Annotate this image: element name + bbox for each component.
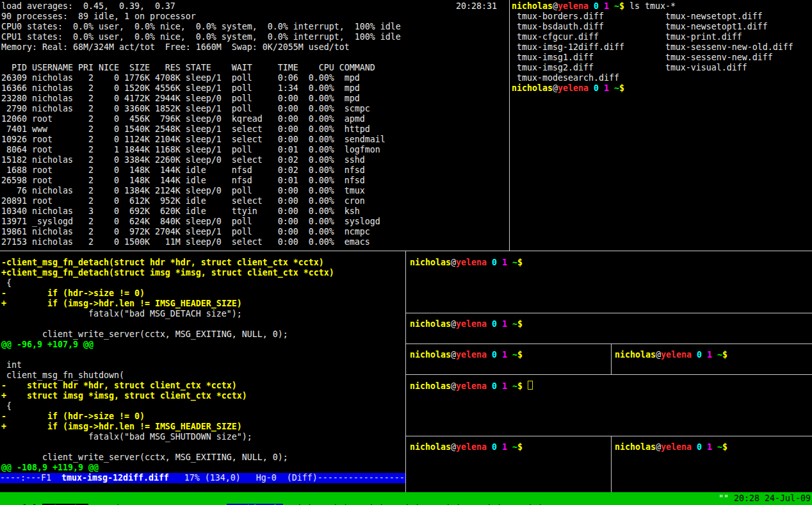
diff-line-context: fatalx("bad MSG_DETACH size"); (1, 309, 405, 319)
pane-border-horizontal-mid[interactable] (0, 251, 812, 251)
prompt-jobnum: 1 (502, 442, 507, 452)
prompt-text (487, 319, 492, 329)
prompt-histnum: 0 (594, 1, 599, 11)
prompt-text (589, 83, 594, 93)
prompt-jobnum: 1 (502, 319, 507, 329)
prompt-text (599, 83, 604, 93)
prompt-symbol: $ (517, 350, 523, 360)
diff-line-context: client_write_server(cctx, MSG_EXITING, N… (1, 329, 405, 340)
status-right: "" 20:28 24-Jul-09 (719, 493, 811, 504)
prompt-host: yelena (558, 1, 589, 11)
prompt-histnum: 0 (492, 442, 497, 452)
terminal-cursor (528, 381, 533, 390)
file-list: tmux-borders.diff tmux-newsetopt.diff tm… (512, 12, 793, 83)
prompt-cwd: ~ (512, 442, 517, 452)
diff-line-hunk: @@ -108,9 +119,9 @@ (1, 463, 405, 473)
prompt-symbol: $ (517, 319, 523, 329)
prompt-cwd: ~ (512, 319, 517, 329)
prompt-at: @ (656, 442, 661, 452)
prompt-histnum: 0 (492, 381, 497, 391)
prompt-symbol: $ (619, 83, 624, 93)
emacs-minibuffer (0, 483, 405, 492)
prompt-jobnum: 1 (707, 350, 712, 360)
modeline-buffer-name: tmux-imsg-12diff.diff (61, 473, 169, 483)
pane-border-vertical-top[interactable] (509, 0, 510, 251)
diff-line-removed: - struct hdr *hdr, struct client_ctx *cc… (1, 381, 405, 391)
diff-line-context: { (1, 401, 405, 411)
prompt-user: nicholas (410, 350, 451, 360)
prompt-cwd: ~ (717, 350, 722, 360)
prompt-at: @ (451, 319, 456, 329)
diff-line-context: client_write_server(cctx, MSG_EXITING, N… (1, 452, 405, 463)
top-output-text: load averages: 0.45, 0.39, 0.37 90 proce… (1, 1, 401, 247)
pane-border-v-fg[interactable] (611, 436, 612, 492)
diff-line-context (1, 350, 405, 360)
prompt-host: yelena (456, 319, 487, 329)
prompt-text (497, 350, 502, 360)
prompt-symbol: $ (722, 350, 727, 360)
prompt-symbol: $ (517, 442, 523, 452)
prompt-jobnum: 1 (502, 258, 507, 267)
prompt-user: nicholas (410, 381, 451, 391)
prompt-text (507, 258, 512, 267)
prompt-histnum: 0 (697, 350, 702, 360)
prompt-text (487, 442, 492, 452)
prompt-user: nicholas (512, 1, 553, 11)
pane-border-h4[interactable] (406, 436, 812, 436)
prompt-user: nicholas (410, 258, 451, 267)
prompt-host: yelena (661, 442, 692, 452)
prompt-user: nicholas (615, 350, 656, 360)
status-pane-title: "" (719, 493, 729, 503)
tmux-screen: load averages: 0.45, 0.39, 0.37 90 proce… (0, 0, 812, 505)
prompt-jobnum: 1 (604, 1, 609, 11)
shell-prompt: nicholas@yelena 0 1 ~$ (615, 442, 727, 452)
diff-line-context (1, 319, 405, 329)
prompt-text (712, 350, 717, 360)
diff-line-added: + struct imsg *imsg, struct client_ctx *… (1, 391, 405, 401)
prompt-cwd: ~ (614, 1, 619, 11)
prompt-user: nicholas (410, 319, 451, 329)
shell-command: ls tmux-* (624, 1, 676, 11)
prompt-text (589, 1, 594, 11)
prompt-host: yelena (558, 83, 589, 93)
modeline-prefix: ----:---F1 (0, 473, 61, 483)
shell-prompt: nicholas@yelena 0 1 ~$ (615, 350, 727, 360)
prompt-at: @ (553, 83, 558, 93)
prompt-text (507, 381, 512, 391)
prompt-jobnum: 1 (502, 381, 507, 391)
prompt-cwd: ~ (512, 258, 517, 267)
prompt-text (702, 442, 707, 452)
prompt-at: @ (656, 350, 661, 360)
prompt-histnum: 0 (492, 258, 497, 267)
pane-border-h3[interactable] (406, 374, 812, 375)
prompt-at: @ (451, 350, 456, 360)
prompt-text (487, 350, 492, 360)
prompt-text (702, 350, 707, 360)
prompt-text (712, 442, 717, 452)
prompt-at: @ (451, 442, 456, 452)
modeline-fill: -------------------- (318, 473, 405, 483)
pane-border-h1[interactable] (406, 313, 812, 313)
prompt-symbol: $ (722, 442, 727, 452)
prompt-text (609, 83, 614, 93)
prompt-host: yelena (661, 350, 692, 360)
prompt-histnum: 0 (492, 319, 497, 329)
prompt-cwd: ~ (512, 350, 517, 360)
pane-border-vertical-bottom[interactable] (405, 251, 406, 492)
prompt-histnum: 0 (594, 83, 599, 93)
prompt-cwd: ~ (512, 381, 517, 391)
prompt-host: yelena (456, 350, 487, 360)
diff-line-added: +client_msg_fn_detach(struct imsg *imsg,… (1, 268, 405, 278)
pane-border-h2[interactable] (406, 344, 812, 344)
prompt-jobnum: 1 (604, 83, 609, 93)
shell-prompt: nicholas@yelena 0 1 ~$ (410, 258, 523, 268)
prompt-user: nicholas (410, 442, 451, 452)
prompt-host: yelena (456, 442, 487, 452)
prompt-at: @ (451, 381, 456, 391)
pane-border-v-cd[interactable] (611, 344, 612, 374)
diff-line-hunk: @@ -96,9 +107,9 @@ (1, 340, 405, 350)
prompt-text (599, 1, 604, 11)
prompt-text (497, 442, 502, 452)
diff-line-context: int (1, 360, 405, 370)
prompt-user: nicholas (512, 83, 553, 93)
